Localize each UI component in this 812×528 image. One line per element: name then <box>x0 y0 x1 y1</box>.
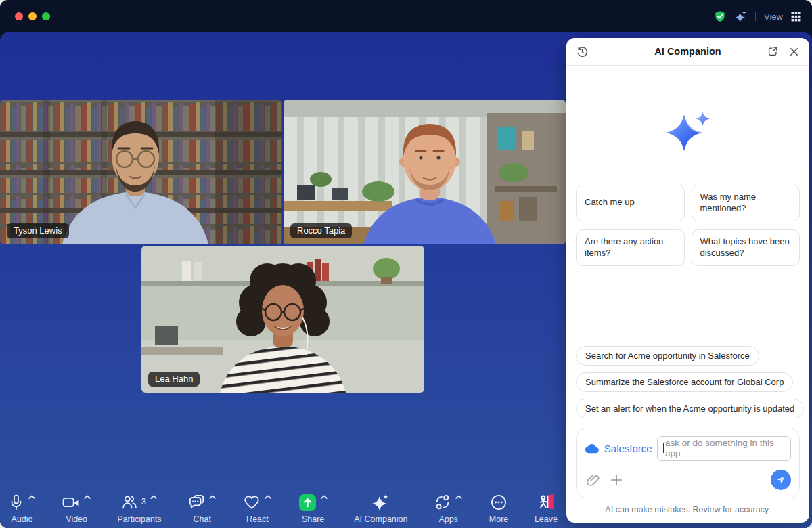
camera-icon <box>62 493 80 511</box>
chat-button[interactable]: Chat <box>187 493 217 524</box>
apps-options-caret-icon[interactable] <box>455 494 463 500</box>
composer: Salesforce ask or do something in this a… <box>576 428 800 498</box>
participants-label: Participants <box>117 514 161 524</box>
audio-label: Audio <box>12 514 33 524</box>
more-ellipsis-icon <box>490 493 508 511</box>
audio-options-caret-icon[interactable] <box>28 494 36 500</box>
view-button-label[interactable]: View <box>764 12 783 22</box>
minimize-window-button[interactable] <box>28 12 37 20</box>
pop-out-icon[interactable] <box>767 45 779 58</box>
ai-companion-button[interactable]: AI Companion <box>354 493 407 524</box>
participant-name-badge: Rocco Tapia <box>290 223 352 238</box>
video-tile-rocco-tapia[interactable]: Rocco Tapia <box>284 100 566 244</box>
maximize-window-button[interactable] <box>42 12 50 20</box>
composer-placeholder: ask or do something in this app <box>665 438 785 458</box>
share-button[interactable]: Share <box>298 493 328 524</box>
participant-name-badge: Lea Hahn <box>148 372 200 387</box>
apps-label: Apps <box>438 514 458 524</box>
suggestion-summarize-account[interactable]: Summarize the Salesforce account for Glo… <box>576 372 793 392</box>
heart-icon <box>243 493 261 511</box>
share-options-caret-icon[interactable] <box>320 494 328 500</box>
zoom-meeting-window: View <box>0 0 812 528</box>
audio-button[interactable]: Audio <box>8 493 36 524</box>
share-screen-icon <box>298 493 317 512</box>
quick-prompt-action-items[interactable]: Are there any action items? <box>576 229 685 266</box>
video-label: Video <box>66 514 87 524</box>
video-tile-tyson-lewis[interactable]: Tyson Lewis <box>0 100 282 244</box>
window-controls <box>15 12 50 20</box>
panel-body: Catch me up Was my name mentioned? Are t… <box>566 66 809 523</box>
suggestion-set-alert[interactable]: Set an alert for when the Acme opportuni… <box>576 399 804 418</box>
leave-button[interactable]: Leave <box>535 493 558 524</box>
close-panel-icon[interactable] <box>788 46 800 58</box>
microphone-icon <box>8 493 24 511</box>
react-button[interactable]: React <box>243 493 272 524</box>
composer-input[interactable]: ask or do something in this app <box>657 436 791 461</box>
react-options-caret-icon[interactable] <box>264 494 272 500</box>
quick-prompt-topics-discussed[interactable]: What topics have been discussed? <box>692 229 800 266</box>
salesforce-cloud-icon <box>585 443 600 454</box>
security-shield-icon[interactable] <box>714 10 726 22</box>
ai-disclaimer: AI can make mistakes. Review for accurac… <box>576 505 800 514</box>
participant-name-badge: Tyson Lewis <box>7 223 69 238</box>
quick-prompt-catch-me-up[interactable]: Catch me up <box>576 185 685 221</box>
composer-app-name: Salesforce <box>604 443 652 454</box>
text-cursor <box>663 443 664 453</box>
history-icon[interactable] <box>576 45 589 58</box>
ai-companion-label: AI Companion <box>354 514 407 524</box>
participants-button[interactable]: 3 Participants <box>117 493 161 524</box>
quick-prompts: Catch me up Was my name mentioned? Are t… <box>576 185 800 266</box>
chat-icon <box>187 493 205 511</box>
chat-options-caret-icon[interactable] <box>208 494 217 500</box>
app-suggestions: Search for Acme opportunity in Salesforc… <box>576 346 800 418</box>
add-content-icon[interactable] <box>610 473 623 487</box>
video-feed-rocco-tapia <box>284 100 566 244</box>
video-button[interactable]: Video <box>62 493 91 524</box>
video-feed-tyson-lewis <box>0 100 282 244</box>
more-button[interactable]: More <box>489 493 508 524</box>
ai-companion-status-icon[interactable] <box>734 10 747 23</box>
ai-companion-logo <box>664 110 713 155</box>
participants-options-caret-icon[interactable] <box>150 494 158 500</box>
participants-icon <box>121 493 138 511</box>
send-button[interactable] <box>771 470 791 490</box>
video-options-caret-icon[interactable] <box>83 494 91 500</box>
more-label: More <box>489 514 508 524</box>
meeting-toolbar: Audio Video 3 Participants <box>0 489 566 528</box>
leave-meeting-icon <box>537 493 555 511</box>
apps-icon <box>434 493 451 511</box>
view-grid-icon[interactable] <box>791 12 801 22</box>
chat-label: Chat <box>194 514 211 524</box>
video-tile-lea-hahn[interactable]: Lea Hahn <box>141 246 424 393</box>
leave-label: Leave <box>535 514 558 524</box>
titlebar: View <box>0 0 812 32</box>
ai-companion-panel: AI Companion <box>566 38 809 523</box>
quick-prompt-name-mentioned[interactable]: Was my name mentioned? <box>692 185 800 221</box>
attach-file-icon[interactable] <box>585 472 600 487</box>
participants-count-badge: 3 <box>141 497 146 506</box>
share-label: Share <box>302 514 324 524</box>
close-window-button[interactable] <box>15 12 23 20</box>
titlebar-divider <box>755 12 756 21</box>
react-label: React <box>246 514 269 524</box>
suggestion-search-acme[interactable]: Search for Acme opportunity in Salesforc… <box>576 346 759 366</box>
apps-button[interactable]: Apps <box>434 493 463 524</box>
video-feed-lea-hahn <box>141 246 424 393</box>
ai-companion-sparkle-icon <box>371 493 390 512</box>
send-plane-icon <box>775 475 786 485</box>
panel-header: AI Companion <box>566 38 809 66</box>
